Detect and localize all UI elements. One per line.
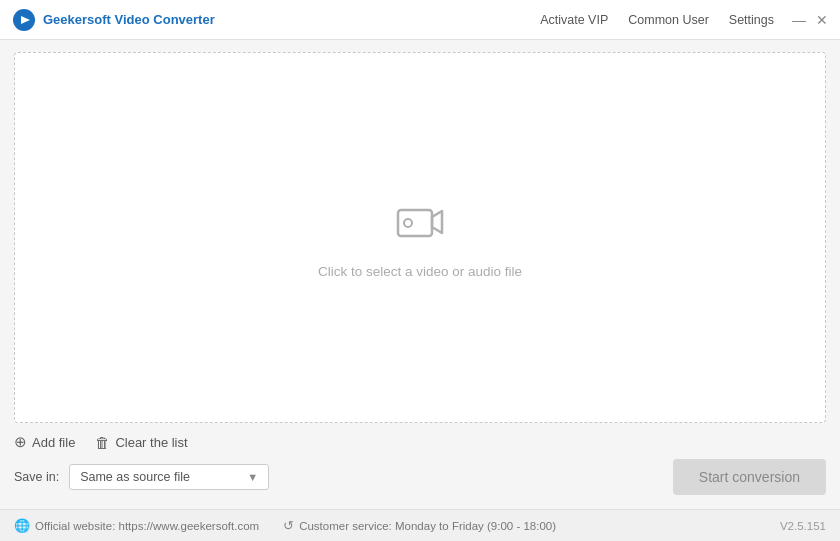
nav-common-user[interactable]: Common User	[628, 13, 709, 27]
footer-website: 🌐 Official website: https://www.geekerso…	[14, 518, 259, 533]
add-file-button[interactable]: ⊕ Add file	[14, 433, 75, 451]
globe-icon: 🌐	[14, 518, 30, 533]
clear-list-icon: 🗑	[95, 434, 110, 451]
footer-version: V2.5.151	[780, 520, 826, 532]
title-bar: Geekersoft Video Converter Activate VIP …	[0, 0, 840, 40]
logo: Geekersoft Video Converter	[12, 8, 215, 32]
minimize-button[interactable]: —	[792, 13, 806, 27]
drop-zone[interactable]: Click to select a video or audio file	[14, 52, 826, 423]
nav-settings[interactable]: Settings	[729, 13, 774, 27]
window-controls: — ✕	[792, 13, 828, 27]
toolbar-row: ⊕ Add file 🗑 Clear the list	[14, 423, 826, 459]
save-location-value: Same as source file	[80, 470, 247, 484]
app-title: Geekersoft Video Converter	[43, 12, 215, 27]
footer-support: ↺ Customer service: Monday to Friday (9:…	[283, 518, 556, 533]
main-area: Click to select a video or audio file ⊕ …	[0, 40, 840, 509]
save-in-label: Save in:	[14, 470, 59, 484]
chevron-down-icon: ▼	[247, 471, 258, 483]
clear-list-label: Clear the list	[115, 435, 187, 450]
footer: 🌐 Official website: https://www.geekerso…	[0, 509, 840, 541]
add-file-icon: ⊕	[14, 433, 27, 451]
nav-activate-vip[interactable]: Activate VIP	[540, 13, 608, 27]
save-row: Save in: Same as source file ▼ Start con…	[14, 459, 826, 501]
clear-list-button[interactable]: 🗑 Clear the list	[95, 434, 187, 451]
save-location-dropdown[interactable]: Same as source file ▼	[69, 464, 269, 490]
add-file-label: Add file	[32, 435, 75, 450]
nav-menu: Activate VIP Common User Settings	[540, 13, 774, 27]
logo-icon	[12, 8, 36, 32]
close-button[interactable]: ✕	[816, 13, 828, 27]
footer-support-text: Customer service: Monday to Friday (9:00…	[299, 520, 556, 532]
svg-point-3	[404, 219, 412, 227]
footer-website-text: Official website: https://www.geekersoft…	[35, 520, 259, 532]
camera-icon	[394, 196, 446, 252]
start-conversion-button[interactable]: Start conversion	[673, 459, 826, 495]
support-icon: ↺	[283, 518, 294, 533]
drop-zone-label: Click to select a video or audio file	[318, 264, 522, 279]
